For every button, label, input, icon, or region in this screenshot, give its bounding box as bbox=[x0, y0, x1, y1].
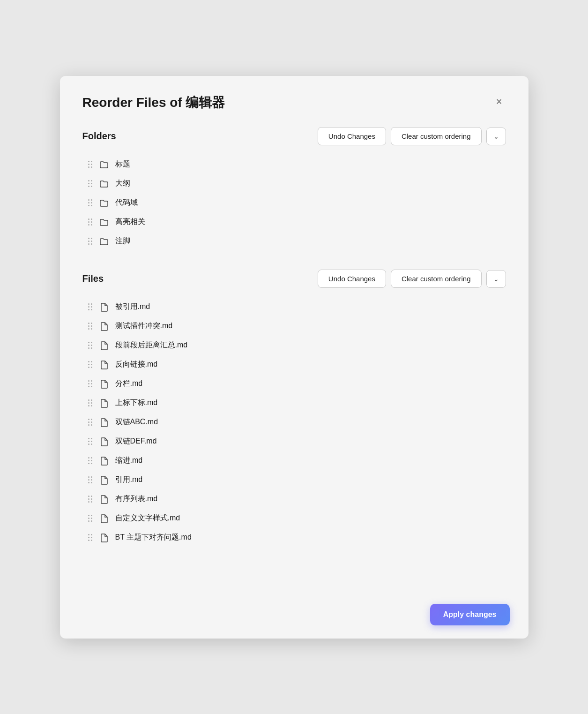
folder-item-label: 高亮相关 bbox=[115, 217, 145, 227]
drag-handle bbox=[88, 238, 93, 245]
drag-handle-icon bbox=[88, 361, 93, 368]
file-list-item[interactable]: 上标下标.md bbox=[82, 393, 506, 413]
file-item-label: 双链DEF.md bbox=[115, 436, 157, 446]
file-item-label: 缩进.md bbox=[115, 456, 143, 466]
drag-handle-icon bbox=[88, 476, 93, 484]
folders-section-title: Folders bbox=[82, 131, 116, 142]
file-list-item[interactable]: 自定义文字样式.md bbox=[82, 509, 506, 528]
drag-handle-icon bbox=[88, 218, 93, 226]
folder-list-item[interactable]: 高亮相关 bbox=[82, 212, 506, 232]
files-section: Files Undo Changes Clear custom ordering… bbox=[82, 270, 506, 547]
folder-item-label: 标题 bbox=[115, 159, 130, 169]
drag-handle bbox=[88, 342, 93, 349]
drag-handle bbox=[88, 399, 93, 407]
folder-icon bbox=[99, 237, 109, 246]
file-item-label: 有序列表.md bbox=[115, 494, 158, 504]
file-icon bbox=[99, 379, 109, 389]
files-list: 被引用.md 测试插件冲突.md 段前段后距离汇总.md bbox=[82, 297, 506, 547]
file-list-item[interactable]: 段前段后距离汇总.md bbox=[82, 336, 506, 355]
files-undo-button[interactable]: Undo Changes bbox=[318, 270, 386, 288]
file-list-item[interactable]: 双链DEF.md bbox=[82, 432, 506, 451]
drag-handle-icon bbox=[88, 199, 93, 207]
drag-handle-icon bbox=[88, 438, 93, 445]
folders-chevron-button[interactable]: ⌄ bbox=[486, 128, 506, 145]
folders-clear-button[interactable]: Clear custom ordering bbox=[391, 127, 482, 145]
drag-handle bbox=[88, 496, 93, 503]
file-icon bbox=[99, 398, 109, 408]
drag-handle-icon bbox=[88, 180, 93, 188]
folder-item-label: 注脚 bbox=[115, 236, 130, 246]
drag-handle bbox=[88, 323, 93, 330]
drag-handle bbox=[88, 515, 93, 522]
file-list-item[interactable]: 有序列表.md bbox=[82, 489, 506, 509]
drag-handle-icon bbox=[88, 380, 93, 388]
drag-handle bbox=[88, 199, 93, 207]
drag-handle-icon bbox=[88, 161, 93, 168]
file-item-label: 双链ABC.md bbox=[115, 417, 158, 427]
files-chevron-button[interactable]: ⌄ bbox=[486, 270, 506, 288]
drag-handle bbox=[88, 361, 93, 368]
folder-list-item[interactable]: 大纲 bbox=[82, 174, 506, 193]
drag-handle bbox=[88, 438, 93, 445]
drag-handle-icon bbox=[88, 534, 93, 541]
files-section-title: Files bbox=[82, 273, 104, 284]
drag-handle bbox=[88, 218, 93, 226]
file-list-item[interactable]: 缩进.md bbox=[82, 451, 506, 470]
file-icon bbox=[99, 475, 109, 485]
file-icon bbox=[99, 341, 109, 350]
file-list-item[interactable]: 分栏.md bbox=[82, 374, 506, 393]
file-icon bbox=[99, 456, 109, 466]
folders-list: 标题 大纲 代码域 高 bbox=[82, 155, 506, 251]
file-list-item[interactable]: 双链ABC.md bbox=[82, 413, 506, 432]
folder-item-label: 代码域 bbox=[115, 198, 138, 208]
folder-icon bbox=[99, 218, 109, 227]
file-icon bbox=[99, 360, 109, 369]
file-item-label: 反向链接.md bbox=[115, 360, 158, 369]
drag-handle-icon bbox=[88, 419, 93, 426]
file-list-item[interactable]: 被引用.md bbox=[82, 297, 506, 316]
folder-icon bbox=[99, 160, 109, 169]
drag-handle bbox=[88, 303, 93, 311]
folder-list-item[interactable]: 标题 bbox=[82, 155, 506, 174]
drag-handle-icon bbox=[88, 342, 93, 349]
drag-handle-icon bbox=[88, 238, 93, 245]
file-list-item[interactable]: 测试插件冲突.md bbox=[82, 316, 506, 336]
folder-icon bbox=[99, 198, 109, 208]
file-item-label: 分栏.md bbox=[115, 379, 143, 389]
drag-handle-icon bbox=[88, 496, 93, 503]
files-actions: Undo Changes Clear custom ordering ⌄ bbox=[318, 270, 506, 288]
folder-item-label: 大纲 bbox=[115, 179, 130, 188]
drag-handle bbox=[88, 380, 93, 388]
drag-handle-icon bbox=[88, 515, 93, 522]
file-list-item[interactable]: BT 主题下对齐问题.md bbox=[82, 528, 506, 547]
file-item-label: 引用.md bbox=[115, 475, 143, 485]
file-item-label: 被引用.md bbox=[115, 302, 150, 312]
drag-handle bbox=[88, 161, 93, 168]
drag-handle bbox=[88, 180, 93, 188]
file-list-item[interactable]: 引用.md bbox=[82, 470, 506, 489]
drag-handle bbox=[88, 419, 93, 426]
drag-handle-icon bbox=[88, 399, 93, 407]
file-list-item[interactable]: 反向链接.md bbox=[82, 355, 506, 374]
folder-list-item[interactable]: 注脚 bbox=[82, 232, 506, 251]
drag-handle-icon bbox=[88, 323, 93, 330]
file-icon bbox=[99, 302, 109, 312]
folders-section-header: Folders Undo Changes Clear custom orderi… bbox=[82, 127, 506, 145]
folders-undo-button[interactable]: Undo Changes bbox=[318, 127, 386, 145]
chevron-down-icon: ⌄ bbox=[493, 133, 499, 140]
file-icon bbox=[99, 418, 109, 427]
file-icon bbox=[99, 533, 109, 542]
folder-list-item[interactable]: 代码域 bbox=[82, 193, 506, 212]
apply-changes-button[interactable]: Apply changes bbox=[430, 604, 510, 625]
file-item-label: 测试插件冲突.md bbox=[115, 321, 173, 331]
folders-section: Folders Undo Changes Clear custom orderi… bbox=[82, 127, 506, 251]
file-icon bbox=[99, 495, 109, 504]
files-clear-button[interactable]: Clear custom ordering bbox=[391, 270, 482, 288]
file-item-label: 上标下标.md bbox=[115, 398, 158, 408]
drag-handle bbox=[88, 476, 93, 484]
close-button[interactable]: × bbox=[492, 95, 506, 109]
chevron-down-icon: ⌄ bbox=[493, 275, 499, 283]
file-icon bbox=[99, 437, 109, 446]
file-icon bbox=[99, 322, 109, 331]
drag-handle-icon bbox=[88, 457, 93, 465]
